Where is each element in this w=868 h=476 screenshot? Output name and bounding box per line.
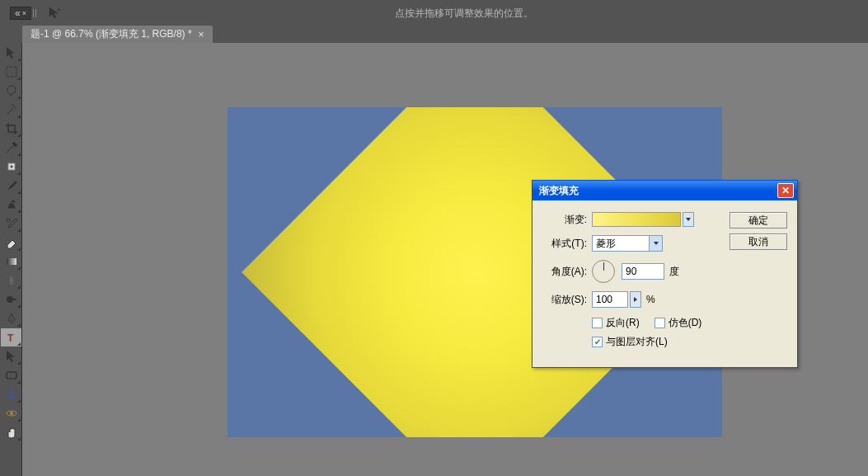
dialog-titlebar[interactable]: 渐变填充 ✕ <box>533 181 797 200</box>
gradient-dropdown-button[interactable] <box>683 212 694 227</box>
magic-wand-tool[interactable] <box>1 101 21 119</box>
svg-point-6 <box>7 296 13 303</box>
svg-rect-5 <box>7 258 16 265</box>
reverse-label: 反向(R) <box>606 316 640 330</box>
marquee-tool[interactable] <box>1 63 21 81</box>
angle-dial[interactable] <box>592 260 615 283</box>
cancel-button[interactable]: 取消 <box>730 233 787 250</box>
move-tool-icon <box>48 6 63 21</box>
gradient-row: 渐变: <box>542 212 721 227</box>
svg-rect-2 <box>7 67 16 77</box>
svg-text:T: T <box>7 332 14 344</box>
style-value: 菱形 <box>593 237 649 251</box>
eraser-tool[interactable] <box>1 233 21 252</box>
checkbox-checked-icon: ✔ <box>592 337 603 347</box>
eyedropper-tool[interactable] <box>1 139 21 157</box>
move-tool[interactable] <box>1 44 21 62</box>
angle-row: 角度(A): 90 度 <box>542 260 721 283</box>
scale-row: 缩放(S): 100 % <box>542 291 721 308</box>
options-hint-text: 点按并拖移可调整效果的位置。 <box>63 7 865 21</box>
options-grip[interactable] <box>31 7 45 20</box>
svg-rect-1 <box>35 9 36 17</box>
panel-collapse-button[interactable]: « × <box>10 7 31 20</box>
type-tool[interactable]: T <box>1 328 21 346</box>
dialog-title-text: 渐变填充 <box>536 184 777 198</box>
dialog-body: 渐变: 样式(T): 菱形 角度(A): 90 度 缩放(S): 100 <box>533 200 797 367</box>
blur-tool[interactable] <box>1 271 21 290</box>
scale-stepper-button[interactable] <box>630 291 641 308</box>
checkbox-icon <box>592 318 603 328</box>
3d-pan-tool[interactable] <box>1 404 21 422</box>
tab-close-icon[interactable]: × <box>199 29 204 40</box>
dialog-buttons: 确定 取消 <box>730 212 787 354</box>
document-tab[interactable]: 题-1 @ 66.7% (渐变填充 1, RGB/8) * × <box>22 26 213 43</box>
chevron-left-icon: « <box>15 7 21 19</box>
svg-rect-9 <box>7 372 16 379</box>
gradient-tool[interactable] <box>1 252 21 271</box>
style-row: 样式(T): 菱形 <box>542 235 721 252</box>
path-selection-tool[interactable] <box>1 347 21 365</box>
angle-input[interactable]: 90 <box>622 263 664 280</box>
checkbox-icon <box>655 318 665 328</box>
brush-tool[interactable] <box>1 177 21 195</box>
svg-rect-0 <box>33 9 34 17</box>
scale-unit: % <box>646 294 655 305</box>
style-label: 样式(T): <box>542 237 592 251</box>
reverse-checkbox[interactable]: 反向(R) <box>592 316 640 330</box>
scale-input[interactable]: 100 <box>592 291 628 308</box>
clone-stamp-tool[interactable] <box>1 196 21 214</box>
angle-unit: 度 <box>669 265 679 279</box>
pen-tool[interactable] <box>1 309 21 328</box>
3d-rotate-tool[interactable] <box>1 385 21 403</box>
checkbox-group: 反向(R) 仿色(D) ✔ 与图层对齐(L) <box>592 316 721 349</box>
gradient-fill-dialog: 渐变填充 ✕ 渐变: 样式(T): 菱形 角度(A): 90 度 <box>532 180 798 368</box>
history-brush-tool[interactable] <box>1 214 21 233</box>
hand-tool[interactable] <box>1 423 21 441</box>
align-label: 与图层对齐(L) <box>606 335 668 349</box>
scale-label: 缩放(S): <box>542 293 592 307</box>
dialog-fields: 渐变: 样式(T): 菱形 角度(A): 90 度 缩放(S): 100 <box>542 212 721 354</box>
ok-button[interactable]: 确定 <box>730 212 787 229</box>
chevron-down-icon <box>649 236 662 251</box>
shape-tool[interactable] <box>1 366 21 384</box>
dither-label: 仿色(D) <box>669 316 702 330</box>
angle-label: 角度(A): <box>542 265 592 279</box>
dodge-tool[interactable] <box>1 290 21 309</box>
lasso-tool[interactable] <box>1 82 21 100</box>
svg-point-12 <box>10 412 13 415</box>
document-tab-title: 题-1 @ 66.7% (渐变填充 1, RGB/8) * <box>30 27 192 41</box>
align-checkbox[interactable]: ✔ 与图层对齐(L) <box>592 335 668 349</box>
svg-point-7 <box>11 319 12 321</box>
document-tab-bar: 题-1 @ 66.7% (渐变填充 1, RGB/8) * × <box>0 26 868 43</box>
close-icon: × <box>22 9 26 17</box>
gradient-label: 渐变: <box>542 213 592 227</box>
gradient-swatch[interactable] <box>592 212 681 227</box>
dither-checkbox[interactable]: 仿色(D) <box>655 316 702 330</box>
svg-point-4 <box>7 219 10 222</box>
style-select[interactable]: 菱形 <box>592 235 663 252</box>
dialog-close-button[interactable]: ✕ <box>777 183 794 198</box>
healing-brush-tool[interactable] <box>1 158 21 176</box>
crop-tool[interactable] <box>1 120 21 138</box>
toolbox: T <box>0 43 22 476</box>
options-bar: « × 点按并拖移可调整效果的位置。 <box>0 0 868 26</box>
